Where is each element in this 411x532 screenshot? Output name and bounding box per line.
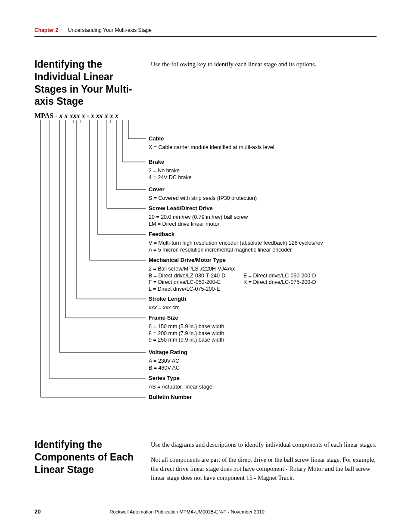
section-identifying-stages: Identifying the Individual Linear Stages…: [34, 58, 377, 108]
key-line: 6 = 150 mm (5.9 in.) base width: [149, 324, 373, 330]
key-line: 9 = 250 mm (9.9 in.) base width: [149, 337, 373, 344]
key-title: Voltage Rating: [149, 349, 373, 355]
key-title: Frame Size: [149, 314, 373, 321]
key-stroke-length: Stroke Length xxx = xxx cm: [149, 296, 373, 311]
catalog-prefix: MPAS -: [34, 112, 57, 119]
key-desc: S = Covered with strip seals (IP30 prote…: [149, 195, 373, 202]
key-line: B = Direct drive/LZ-030-T-240-DE = Direc…: [149, 273, 373, 280]
key-title: Cable: [149, 135, 373, 142]
publication-info: Rockwell Automation Publication MPMA-UM0…: [109, 509, 264, 514]
key-line: LM = Direct drive linear motor: [149, 221, 373, 228]
paragraph: Use the diagrams and descriptions to ide…: [151, 440, 377, 449]
key-line: 4 = 24V DC brake: [149, 174, 373, 181]
key-desc: xxx = xxx cm: [149, 305, 373, 311]
key-line: V = Multi-turn high resolution encoder (…: [149, 240, 373, 247]
key-title: Mechanical Drive/Motor Type: [149, 257, 373, 263]
key-line: L = Direct drive/LC-075-200-E: [149, 286, 373, 293]
page-footer: 20 Rockwell Automation Publication MPMA-…: [34, 508, 377, 515]
key-cover: Cover S = Covered with strip seals (IP30…: [149, 186, 373, 202]
section-heading: Identifying the Components of Each Linea…: [34, 439, 142, 476]
catalog-pattern: x x xxx x - x xx x x x: [57, 112, 118, 119]
key-line: 2 = No brake: [149, 168, 373, 174]
key-line: A = 5 micron resolution incremental magn…: [149, 247, 373, 254]
key-line: A = 230V AC: [149, 358, 373, 365]
key-title: Cover: [149, 186, 373, 193]
key-title: Feedback: [149, 231, 373, 237]
key-title: Series Type: [149, 375, 373, 381]
key-desc: A = 230V AC B = 460V AC: [149, 358, 373, 371]
key-voltage-rating: Voltage Rating A = 230V AC B = 460V AC: [149, 349, 373, 371]
key-feedback: Feedback V = Multi-turn high resolution …: [149, 231, 373, 253]
key-desc: 6 = 150 mm (5.9 in.) base width 8 = 200 …: [149, 324, 373, 344]
key-line: 8 = 200 mm (7.9 in.) base width: [149, 330, 373, 337]
key-cable: Cable X = Cable carrier module identifie…: [149, 135, 373, 151]
key-title: Brake: [149, 159, 373, 165]
page-number: 20: [34, 508, 40, 515]
key-desc: 2 = No brake 4 = 24V DC brake: [149, 168, 373, 181]
key-title: Bulletin Number: [149, 394, 373, 400]
key-screw-lead: Screw Lead/Direct Drive 20 = 20.0 mm/rev…: [149, 205, 373, 227]
section-intro: Use the following key to identify each l…: [151, 58, 316, 69]
key-title: Screw Lead/Direct Drive: [149, 205, 373, 212]
key-line: 2 = Ball screw/MPLS-x220H-VJ4xxx: [149, 266, 373, 273]
section-body: Use the diagrams and descriptions to ide…: [151, 439, 377, 488]
key-line: B = 460V AC: [149, 365, 373, 372]
chapter-label: Chapter 2: [34, 27, 58, 33]
paragraph: Not all components are part of the direc…: [151, 455, 377, 482]
key-line: 20 = 20.0 mm/rev (0.79 in./rev) ball scr…: [149, 214, 373, 221]
page-header: Chapter 2 Understanding Your Multi-axis …: [34, 26, 377, 37]
key-title: Stroke Length: [149, 296, 373, 302]
key-desc: 2 = Ball screw/MPLS-x220H-VJ4xxx B = Dir…: [149, 266, 373, 293]
key-desc: 20 = 20.0 mm/rev (0.79 in./rev) ball scr…: [149, 214, 373, 227]
key-line: F = Direct drive/LC-050-200-EK = Direct …: [149, 279, 373, 286]
key-series-type: Series Type AS = Actuator, linear stage: [149, 375, 373, 391]
key-bulletin-number: Bulletin Number: [149, 394, 373, 403]
key-desc: V = Multi-turn high resolution encoder (…: [149, 240, 373, 253]
key-desc: X = Cable carrier module identified at m…: [149, 144, 373, 151]
chapter-title: Understanding Your Multi-axis Stage: [68, 27, 152, 33]
key-frame-size: Frame Size 6 = 150 mm (5.9 in.) base wid…: [149, 314, 373, 344]
key-brake: Brake 2 = No brake 4 = 24V DC brake: [149, 159, 373, 181]
section-heading: Identifying the Individual Linear Stages…: [34, 58, 142, 108]
key-mechanical-drive: Mechanical Drive/Motor Type 2 = Ball scr…: [149, 257, 373, 293]
section-identifying-components: Identifying the Components of Each Linea…: [34, 439, 377, 488]
catalog-key-diagram: Cable X = Cable carrier module identifie…: [34, 120, 377, 413]
key-desc: AS = Actuator, linear stage: [149, 384, 373, 391]
catalog-string: MPAS - x x xxx x - x xx x x x: [34, 112, 377, 120]
